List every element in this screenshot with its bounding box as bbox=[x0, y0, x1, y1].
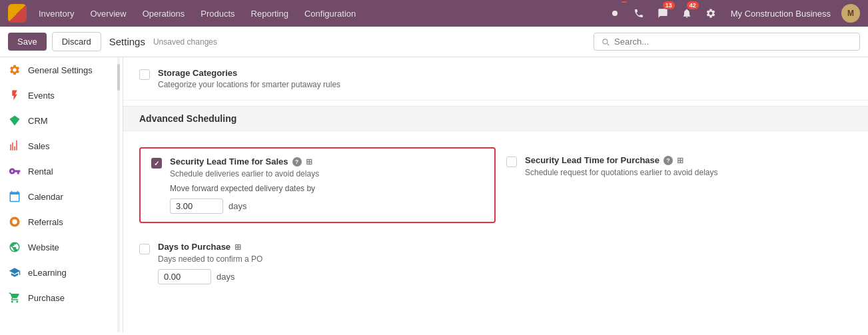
sidebar-item-referrals[interactable]: Referrals bbox=[0, 209, 123, 234]
svg-point-0 bbox=[612, 11, 618, 16]
security-lead-purchase-item: Security Lead Time for Purchase ? ⊞ Sche… bbox=[496, 147, 852, 223]
purchase-icon bbox=[8, 291, 21, 304]
sidebar-label-crm: CRM bbox=[28, 116, 48, 126]
days-to-purchase-title: Days to Purchase ⊞ bbox=[158, 242, 262, 252]
sidebar-item-purchase[interactable]: Purchase bbox=[0, 285, 123, 310]
svg-text:31: 31 bbox=[13, 196, 17, 200]
security-lead-purchase-help-icon[interactable]: ? bbox=[663, 156, 673, 165]
key-icon bbox=[8, 165, 21, 178]
sidebar-item-rental[interactable]: Rental bbox=[0, 159, 123, 184]
security-lead-sales-title: Security Lead Time for Sales ? ⊞ bbox=[170, 157, 319, 167]
security-lead-sales-input-label: Move forward expected delivery dates by bbox=[170, 184, 315, 193]
days-to-purchase-unit: days bbox=[217, 272, 234, 282]
security-lead-sales-description: Schedule deliveries earlier to avoid del… bbox=[170, 169, 319, 178]
lightning-icon bbox=[8, 89, 21, 102]
save-button[interactable]: Save bbox=[8, 33, 47, 51]
gear-icon bbox=[8, 63, 21, 77]
phone2-icon-btn[interactable] bbox=[630, 4, 648, 23]
settings-content: Storage Categories Categorize your locat… bbox=[123, 57, 868, 332]
days-to-purchase-content: Days to Purchase ⊞ Days needed to confir… bbox=[158, 242, 262, 284]
security-lead-times-grid: Security Lead Time for Sales ? ⊞ Schedul… bbox=[123, 137, 868, 234]
security-lead-purchase-title: Security Lead Time for Purchase ? ⊞ bbox=[525, 155, 718, 165]
nav-item-reporting[interactable]: Reporting bbox=[244, 5, 295, 23]
storage-categories-checkbox[interactable] bbox=[139, 69, 150, 80]
activity-icon-btn[interactable]: 42 bbox=[677, 4, 696, 23]
activity-badge: 42 bbox=[687, 1, 699, 9]
sidebar-item-elearning[interactable]: eLearning bbox=[0, 260, 123, 285]
bar-chart-icon bbox=[8, 139, 21, 153]
svg-point-3 bbox=[12, 219, 17, 224]
diamond-icon bbox=[8, 114, 21, 127]
security-lead-sales-unit: days bbox=[228, 201, 246, 211]
nav-item-inventory[interactable]: Inventory bbox=[32, 5, 81, 23]
storage-categories-section: Storage Categories Categorize your locat… bbox=[123, 57, 868, 101]
security-lead-sales-value-row: days bbox=[170, 198, 319, 214]
nav-item-products[interactable]: Products bbox=[194, 5, 241, 23]
sidebar-label-elearning: eLearning bbox=[28, 268, 67, 278]
nav-icon-group: 13 42 My Construction Business M bbox=[606, 4, 860, 23]
user-avatar[interactable]: M bbox=[841, 4, 860, 23]
sidebar-label-rental: Rental bbox=[28, 167, 53, 176]
search-input[interactable] bbox=[614, 37, 853, 47]
nav-item-configuration[interactable]: Configuration bbox=[298, 5, 362, 23]
sidebar-item-sales[interactable]: Sales bbox=[0, 133, 123, 159]
days-to-purchase-value-input[interactable] bbox=[158, 269, 211, 284]
sidebar-item-calendar[interactable]: 31 Calendar bbox=[0, 184, 123, 209]
graduation-icon bbox=[8, 266, 21, 279]
chat-badge: 13 bbox=[663, 1, 675, 9]
sidebar: General Settings Events CRM Sales Rental bbox=[0, 57, 123, 332]
phone-badge bbox=[622, 1, 627, 3]
sidebar-item-general-settings[interactable]: General Settings bbox=[0, 57, 123, 83]
security-lead-sales-value-input[interactable] bbox=[170, 198, 223, 214]
security-lead-purchase-info: Security Lead Time for Purchase ? ⊞ Sche… bbox=[525, 155, 718, 182]
security-lead-sales-help-icon[interactable]: ? bbox=[292, 157, 302, 167]
advanced-scheduling-header: Advanced Scheduling bbox=[123, 106, 868, 131]
nav-item-operations[interactable]: Operations bbox=[136, 5, 192, 23]
sidebar-label-sales: Sales bbox=[28, 141, 50, 151]
main-layout: General Settings Events CRM Sales Rental bbox=[0, 57, 868, 332]
referral-icon bbox=[8, 215, 21, 228]
settings-wrench-icon[interactable] bbox=[701, 4, 720, 23]
security-lead-sales-grid-icon[interactable]: ⊞ bbox=[306, 157, 312, 167]
storage-categories-title: Storage Categories bbox=[158, 68, 340, 78]
sidebar-label-purchase: Purchase bbox=[28, 293, 65, 303]
search-icon bbox=[601, 37, 610, 47]
storage-categories-text: Storage Categories Categorize your locat… bbox=[158, 68, 340, 89]
security-lead-sales-input-row: Move forward expected delivery dates by bbox=[170, 184, 319, 193]
toolbar: Save Discard Settings Unsaved changes bbox=[0, 27, 868, 57]
sidebar-item-crm[interactable]: CRM bbox=[0, 108, 123, 133]
sidebar-label-referrals: Referrals bbox=[28, 217, 63, 227]
app-logo[interactable] bbox=[8, 4, 27, 23]
security-lead-sales-item: Security Lead Time for Sales ? ⊞ Schedul… bbox=[139, 147, 496, 223]
security-lead-purchase-description: Schedule request for quotations earlier … bbox=[525, 168, 718, 177]
search-box[interactable] bbox=[594, 33, 860, 51]
page-title: Settings bbox=[109, 36, 145, 47]
unsaved-changes-label: Unsaved changes bbox=[153, 37, 217, 47]
globe-icon bbox=[8, 240, 21, 254]
security-lead-sales-checkbox[interactable] bbox=[151, 158, 162, 168]
discard-button[interactable]: Discard bbox=[52, 32, 101, 51]
company-name: My Construction Business bbox=[731, 9, 831, 19]
chat-icon-btn[interactable]: 13 bbox=[653, 4, 672, 23]
calendar-icon: 31 bbox=[8, 190, 21, 203]
sidebar-label-website: Website bbox=[28, 242, 59, 252]
sidebar-item-events[interactable]: Events bbox=[0, 83, 123, 108]
days-to-purchase-checkbox[interactable] bbox=[139, 244, 150, 254]
days-to-purchase-input-row: days bbox=[158, 269, 262, 284]
nav-item-overview[interactable]: Overview bbox=[83, 5, 133, 23]
security-lead-sales-info: Security Lead Time for Sales ? ⊞ Schedul… bbox=[170, 157, 319, 214]
storage-categories-description: Categorize your locations for smarter pu… bbox=[158, 80, 340, 89]
days-to-purchase-description: Days needed to confirm a PO bbox=[158, 254, 262, 264]
sidebar-label-calendar: Calendar bbox=[28, 192, 63, 202]
sidebar-scrollbar bbox=[117, 57, 120, 332]
sidebar-label-general-settings: General Settings bbox=[28, 65, 93, 75]
security-lead-purchase-checkbox[interactable] bbox=[506, 157, 517, 167]
phone-icon-btn[interactable] bbox=[606, 4, 624, 23]
security-lead-purchase-grid-icon[interactable]: ⊞ bbox=[677, 156, 683, 165]
sidebar-label-events: Events bbox=[28, 91, 55, 101]
days-to-purchase-grid-icon[interactable]: ⊞ bbox=[234, 242, 241, 252]
days-to-purchase-section: Days to Purchase ⊞ Days needed to confir… bbox=[123, 234, 868, 295]
sidebar-item-website[interactable]: Website bbox=[0, 234, 123, 260]
top-navigation: Inventory Overview Operations Products R… bbox=[0, 0, 868, 27]
